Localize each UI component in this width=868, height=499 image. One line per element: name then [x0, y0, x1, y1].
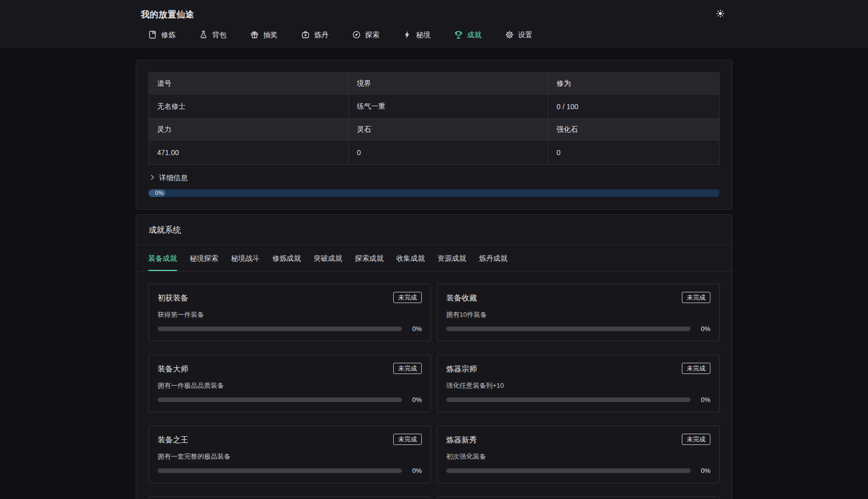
achievement-title: 装备大师 [158, 363, 188, 374]
achievement-progress-label: 0% [697, 325, 710, 333]
tab-alchemy-achievements[interactable]: 炼丹成就 [479, 245, 507, 271]
achievement-title: 炼器宗师 [446, 363, 477, 374]
compass-icon [352, 30, 361, 41]
achievement-progress-label: 0% [409, 325, 422, 333]
nav-item-explore[interactable]: 探索 [352, 27, 379, 44]
table-row: 471.00 0 0 [149, 140, 720, 165]
achievement-description: 初次强化装备 [446, 452, 710, 461]
achievement-description: 拥有10件装备 [446, 310, 710, 319]
achievement-progress-label: 0% [697, 396, 710, 404]
achievement-title: 装备收藏 [446, 292, 477, 303]
trophy-icon [454, 30, 463, 41]
tab-resource-achievements[interactable]: 资源成就 [438, 245, 466, 271]
achievement-progress-rail [446, 397, 691, 402]
achievement-progress-label: 0% [409, 396, 422, 404]
nav-item-label: 成就 [467, 31, 481, 40]
achievement-progress-label: 0% [409, 467, 422, 475]
gear-icon [505, 30, 514, 41]
nav-item-label: 探索 [365, 31, 379, 40]
achievement-section-title: 成就系统 [136, 215, 732, 245]
achievement-card: 炼器新秀 未完成 初次强化装备 0% [437, 426, 720, 483]
achievement-progress-rail [158, 327, 402, 331]
achievement-progress: 0% [446, 396, 710, 404]
nav-item-lottery[interactable]: 抽奖 [250, 27, 277, 44]
value-cell-spirit-stone: 0 [348, 140, 548, 165]
achievement-progress-rail [446, 468, 691, 473]
nav-item-label: 设置 [518, 31, 532, 40]
nav-item-label: 秘境 [416, 31, 430, 40]
achievement-description: 拥有一套完整的极品装备 [158, 452, 422, 461]
achievement-status-badge: 未完成 [682, 363, 710, 374]
achievement-progress: 0% [158, 396, 422, 404]
table-row: 道号 境界 修为 [149, 73, 720, 94]
value-cell-enhance-stone: 0 [548, 140, 720, 165]
header-cell-dao-name: 道号 [149, 73, 349, 94]
achievement-progress: 0% [446, 325, 710, 333]
achievement-title: 初获装备 [158, 292, 188, 303]
nav-item-label: 抽奖 [263, 31, 277, 40]
achievement-status-badge: 未完成 [393, 363, 422, 374]
achievement-card: 装备之王 未完成 拥有一套完整的极品装备 0% [148, 426, 431, 483]
achievement-description: 强化任意装备到+10 [446, 381, 710, 390]
value-cell-dao-name: 无名修士 [149, 94, 349, 119]
header-cell-spirit-stone: 灵石 [348, 119, 548, 140]
header-cell-cultivation: 修为 [548, 73, 720, 94]
player-stats-panel: 道号 境界 修为 无名修士 练气一重 0 / 100 灵力 灵石 强化石 471… [136, 60, 732, 210]
sun-icon [716, 9, 725, 20]
tab-explore-achievements[interactable]: 探索成就 [355, 245, 384, 271]
theme-toggle-button[interactable] [713, 7, 727, 21]
details-toggle-label: 详细信息 [159, 173, 188, 183]
achievement-card: 装备鉴赏家 未完成 [148, 496, 431, 499]
achievement-progress-label: 0% [697, 467, 710, 475]
value-cell-cultivation: 0 / 100 [548, 94, 720, 119]
achievement-progress-rail [158, 397, 402, 402]
value-cell-realm: 练气一重 [348, 94, 548, 119]
details-collapse-toggle[interactable]: 详细信息 [148, 173, 188, 183]
header-cell-enhance-stone: 强化石 [548, 119, 720, 140]
main-content: 道号 境界 修为 无名修士 练气一重 0 / 100 灵力 灵石 强化石 471… [136, 60, 732, 499]
tab-realm-combat[interactable]: 秘境战斗 [231, 245, 260, 271]
tab-realm-explore[interactable]: 秘境探索 [190, 245, 218, 271]
gift-icon [250, 30, 259, 41]
nav-item-settings[interactable]: 设置 [505, 27, 532, 44]
achievement-description: 获得第一件装备 [158, 310, 422, 319]
value-cell-spirit-power: 471.00 [149, 140, 349, 165]
chevron-right-icon [148, 173, 156, 183]
tab-cultivation-achievements[interactable]: 修炼成就 [272, 245, 301, 271]
achievement-card: 装备大师 未完成 拥有一件极品品质装备 0% [148, 355, 431, 412]
achievement-description: 拥有一件极品品质装备 [158, 381, 422, 390]
app-title: 我的放置仙途 [141, 9, 194, 20]
achievement-card: 炼器宗师 未完成 强化任意装备到+10 0% [437, 355, 720, 412]
nav-item-label: 背包 [212, 31, 226, 40]
achievement-progress-rail [446, 327, 691, 331]
achievement-card: 神装收集者 未完成 [437, 496, 720, 499]
nav-item-alchemy[interactable]: 炼丹 [301, 27, 328, 44]
achievement-panel: 成就系统 装备成就 秘境探索 秘境战斗 修炼成就 突破成就 探索成就 收集成就 … [136, 214, 732, 499]
achievement-card: 装备收藏 未完成 拥有10件装备 0% [437, 284, 720, 341]
achievement-progress: 0% [158, 467, 422, 475]
table-row: 无名修士 练气一重 0 / 100 [149, 94, 720, 119]
nav-item-achievements[interactable]: 成就 [454, 27, 481, 44]
nav-item-inventory[interactable]: 背包 [199, 27, 226, 44]
header-cell-spirit-power: 灵力 [149, 119, 349, 140]
achievement-progress-rail [158, 468, 402, 473]
achievement-status-badge: 未完成 [682, 292, 710, 303]
main-nav: 修炼 背包 抽奖 炼丹 探索 秘境 [136, 21, 732, 44]
achievement-grid: 初获装备 未完成 获得第一件装备 0% 装备收藏 未完成 拥有10件装备 0% [136, 271, 732, 499]
achievement-card: 初获装备 未完成 获得第一件装备 0% [148, 284, 431, 341]
nav-item-label: 炼丹 [314, 31, 328, 40]
header-cell-realm: 境界 [348, 73, 548, 94]
tab-breakthrough-achievements[interactable]: 突破成就 [314, 245, 342, 271]
achievement-status-badge: 未完成 [393, 434, 422, 445]
cultivation-progress-label: 0% [155, 189, 164, 197]
stats-table: 道号 境界 修为 无名修士 练气一重 0 / 100 灵力 灵石 强化石 471… [148, 72, 720, 165]
achievement-title: 装备之王 [158, 434, 188, 445]
nav-item-secret-realm[interactable]: 秘境 [403, 27, 430, 44]
tab-equipment-achievements[interactable]: 装备成就 [148, 245, 177, 271]
achievement-progress: 0% [446, 467, 710, 475]
nav-item-cultivation[interactable]: 修炼 [148, 27, 175, 44]
tab-collection-achievements[interactable]: 收集成就 [396, 245, 425, 271]
book-icon [148, 30, 157, 41]
achievement-status-badge: 未完成 [682, 434, 710, 445]
nav-item-label: 修炼 [161, 31, 175, 40]
